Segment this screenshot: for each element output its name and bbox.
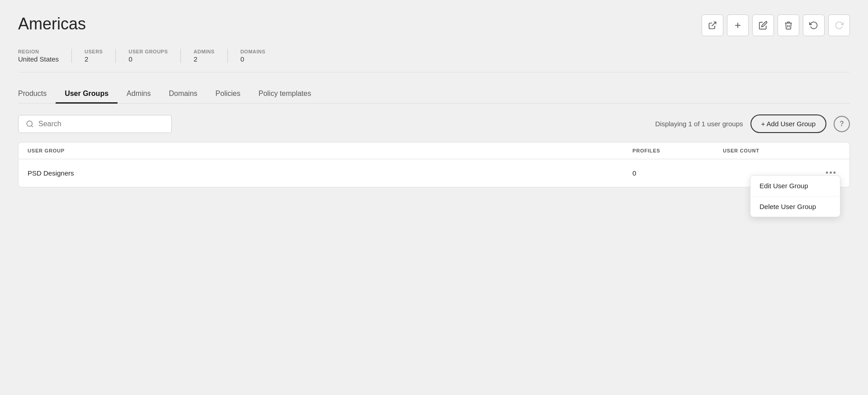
row-group-name: PSD Designers (28, 169, 632, 177)
stat-domains-value: 0 (241, 55, 265, 63)
stat-region-value: United States (18, 55, 59, 63)
context-menu-delete[interactable]: Delete User Group (750, 196, 840, 217)
stat-region: REGION United States (18, 49, 72, 63)
stat-users-label: USERS (85, 49, 103, 54)
svg-line-4 (31, 125, 33, 127)
search-input[interactable] (38, 120, 164, 128)
row-actions: ••• Edit User Group Delete User Group (813, 167, 840, 180)
delete-icon (784, 21, 793, 30)
help-button[interactable]: ? (834, 116, 850, 132)
add-user-group-button[interactable]: + Add User Group (750, 114, 826, 133)
stat-region-label: REGION (18, 49, 59, 54)
add-button[interactable] (727, 14, 749, 36)
tab-policy-templates[interactable]: Policy templates (250, 85, 321, 104)
tabs-row: Products User Groups Admins Domains Poli… (18, 85, 850, 104)
tab-domains[interactable]: Domains (160, 85, 206, 104)
export-button[interactable] (702, 14, 723, 36)
undo-button[interactable] (803, 14, 825, 36)
export-icon (708, 21, 717, 30)
tab-user-groups[interactable]: User Groups (56, 85, 118, 104)
content-area: Displaying 1 of 1 user groups + Add User… (18, 104, 850, 187)
search-action-row: Displaying 1 of 1 user groups + Add User… (18, 114, 850, 133)
context-menu-edit[interactable]: Edit User Group (750, 176, 840, 196)
tab-products[interactable]: Products (18, 85, 56, 104)
col-profiles: PROFILES (632, 148, 723, 153)
svg-point-3 (27, 121, 32, 126)
stat-user-groups-value: 0 (128, 55, 168, 63)
stats-row: REGION United States USERS 2 USER GROUPS… (18, 49, 850, 72)
display-count-text: Displaying 1 of 1 user groups (655, 120, 743, 128)
redo-button[interactable] (828, 14, 850, 36)
search-icon (26, 120, 34, 128)
stat-user-groups: USER GROUPS 0 (128, 49, 181, 63)
delete-button[interactable] (778, 14, 799, 36)
edit-icon (759, 21, 768, 30)
table-header: USER GROUP PROFILES USER COUNT (19, 143, 849, 159)
stat-admins-value: 2 (193, 55, 214, 63)
search-box (18, 115, 172, 133)
stat-users-value: 2 (85, 55, 103, 63)
stat-user-groups-label: USER GROUPS (128, 49, 168, 54)
col-user-count: USER COUNT (723, 148, 813, 153)
row-profiles: 0 (632, 169, 723, 177)
stat-admins-label: ADMINS (193, 49, 214, 54)
stat-admins: ADMINS 2 (193, 49, 227, 63)
add-icon (733, 21, 742, 30)
page-container: Americas (0, 0, 868, 395)
table-row: PSD Designers 0 ••• Edit User Group Dele… (19, 159, 849, 187)
edit-button[interactable] (752, 14, 774, 36)
tab-admins[interactable]: Admins (118, 85, 160, 104)
header-row: Americas (18, 14, 850, 36)
svg-line-0 (712, 22, 716, 26)
col-user-group: USER GROUP (28, 148, 632, 153)
context-menu: Edit User Group Delete User Group (750, 175, 840, 217)
stat-domains-label: DOMAINS (241, 49, 265, 54)
tab-policies[interactable]: Policies (207, 85, 250, 104)
stat-users: USERS 2 (85, 49, 116, 63)
toolbar (702, 14, 850, 36)
table-container: USER GROUP PROFILES USER COUNT PSD Desig… (18, 142, 850, 187)
page-title: Americas (18, 14, 86, 33)
stat-domains: DOMAINS 0 (241, 49, 278, 63)
undo-icon (809, 21, 818, 30)
right-actions: Displaying 1 of 1 user groups + Add User… (655, 114, 850, 133)
redo-icon (835, 21, 844, 30)
col-actions (813, 148, 840, 153)
